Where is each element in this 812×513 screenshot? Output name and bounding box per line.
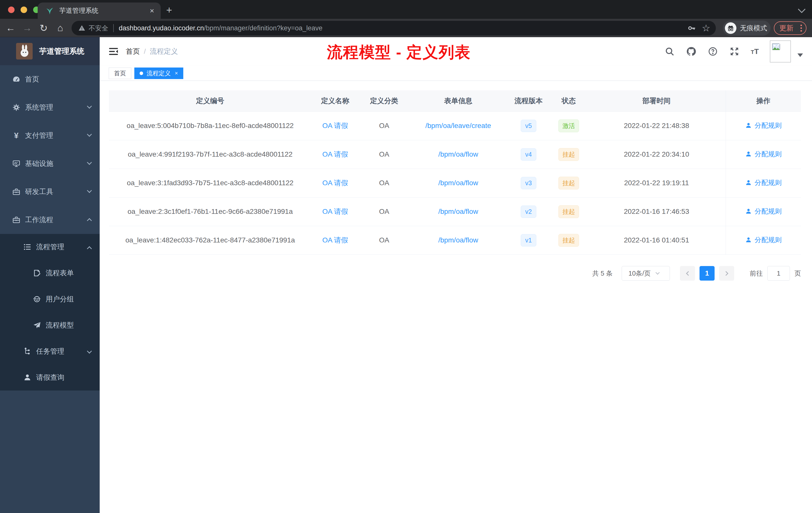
assign-rule-link[interactable]: 分配规则: [745, 121, 782, 130]
breadcrumb-current: 流程定义: [150, 47, 178, 56]
status-badge: 激活: [558, 119, 579, 132]
form-link[interactable]: /bpm/oa/leave/create: [425, 122, 491, 129]
goto-page-input[interactable]: [767, 266, 790, 280]
page-size-select[interactable]: 10条/页: [622, 266, 670, 280]
form-link[interactable]: /bpm/oa/flow: [438, 236, 478, 244]
broken-image-icon: [771, 42, 781, 52]
form-link[interactable]: /bpm/oa/flow: [438, 208, 478, 215]
definition-table: 定义编号 定义名称 定义分类 表单信息 流程版本 状态 部署时间 操作 oa_l: [109, 90, 801, 255]
person-icon: [745, 236, 752, 243]
definition-name-link[interactable]: OA 请假: [322, 122, 348, 129]
form-link[interactable]: /bpm/oa/flow: [438, 179, 478, 187]
sidebar-item-workflow[interactable]: 工作流程: [0, 206, 100, 234]
version-badge[interactable]: v2: [521, 206, 536, 218]
active-tag-dot: [140, 71, 143, 75]
main-area: 首页 / 流程定义 流程模型 - 定义列表 TT: [100, 37, 812, 513]
sidebar-item-process-form[interactable]: 流程表单: [0, 260, 100, 286]
assign-rule-link[interactable]: 分配规则: [745, 207, 782, 216]
prev-page-button[interactable]: [680, 266, 695, 280]
password-key-icon[interactable]: [687, 24, 696, 33]
table-row: oa_leave:5:004b710b-7b8a-11ec-8ef0-acde4…: [109, 112, 801, 140]
pagination-total: 共 5 条: [592, 269, 613, 278]
sidebar-item-leave-query[interactable]: 请假查询: [0, 364, 100, 391]
version-badge[interactable]: v3: [521, 177, 536, 189]
col-actions: 操作: [726, 90, 801, 112]
cell-definition-id: oa_leave:2:3c1f0ef1-76b1-11ec-9c66-a2380…: [109, 197, 311, 226]
cell-definition-id: oa_leave:1:482ec033-762a-11ec-8477-a2380…: [109, 226, 311, 254]
cell-deploy-time: 2022-01-22 20:34:10: [587, 140, 726, 169]
tag-close-icon[interactable]: ×: [175, 70, 178, 77]
assign-rule-link[interactable]: 分配规则: [745, 235, 782, 244]
version-badge[interactable]: v4: [521, 148, 536, 161]
version-badge[interactable]: v1: [521, 234, 536, 246]
gear-icon: [12, 103, 21, 112]
current-page-button[interactable]: 1: [699, 266, 715, 280]
cell-definition-id: oa_leave:3:1fad3d93-7b75-11ec-a3c8-acde4…: [109, 169, 311, 197]
navbar: 首页 / 流程定义 流程模型 - 定义列表 TT: [100, 37, 812, 66]
sidebar-item-process-management[interactable]: 流程管理: [0, 234, 100, 260]
forward-icon[interactable]: →: [22, 23, 32, 33]
sidebar-item-system-management[interactable]: 系统管理: [0, 93, 100, 121]
bookmark-star-icon[interactable]: ☆: [702, 23, 710, 34]
not-secure-warning-icon: [78, 24, 86, 32]
red-annotation-title: 流程模型 - 定义列表: [327, 42, 471, 63]
browser-tab-strip: 芋道管理系统 × +: [0, 0, 812, 19]
minimize-window-button[interactable]: [21, 6, 27, 13]
tab-close-icon[interactable]: ×: [150, 7, 154, 14]
address-bar[interactable]: 不安全 dashboard.yudao.iocoder.cn/bpm/manag…: [71, 21, 716, 35]
briefcase-icon: [12, 216, 21, 224]
definition-name-link[interactable]: OA 请假: [322, 208, 348, 215]
sidebar-item-user-group[interactable]: 用户分组: [0, 286, 100, 312]
page-content: 定义编号 定义名称 定义分类 表单信息 流程版本 状态 部署时间 操作 oa_l: [100, 81, 812, 513]
search-icon[interactable]: [664, 46, 675, 57]
sidebar-item-home[interactable]: 首页: [0, 65, 100, 93]
reload-icon[interactable]: ↻: [39, 23, 49, 34]
fullscreen-icon[interactable]: [729, 46, 740, 57]
breadcrumb-home[interactable]: 首页: [126, 47, 140, 56]
sidebar-item-infrastructure[interactable]: 基础设施: [0, 150, 100, 178]
tab-search-chevron-icon[interactable]: [798, 5, 806, 13]
avatar[interactable]: [770, 40, 791, 62]
close-window-button[interactable]: [8, 6, 14, 13]
browser-tab[interactable]: 芋道管理系统 ×: [38, 2, 161, 19]
toolbox-icon: [12, 187, 21, 196]
back-icon[interactable]: ←: [5, 23, 16, 33]
sidebar-item-dev-tools[interactable]: 研发工具: [0, 178, 100, 206]
form-link[interactable]: /bpm/oa/flow: [438, 150, 478, 158]
tag-home[interactable]: 首页: [109, 67, 131, 79]
definition-name-link[interactable]: OA 请假: [322, 179, 348, 187]
not-secure-label[interactable]: 不安全: [89, 24, 108, 33]
sidebar-item-task-management[interactable]: 任务管理: [0, 338, 100, 364]
sidebar-item-payment-management[interactable]: ¥ 支付管理: [0, 121, 100, 150]
browser-tab-title: 芋道管理系统: [59, 6, 150, 15]
assign-rule-link[interactable]: 分配规则: [745, 178, 782, 187]
monitor-icon: [12, 159, 21, 168]
avatar-caret-icon[interactable]: [798, 54, 803, 57]
home-icon[interactable]: ⌂: [55, 23, 65, 33]
status-badge: 挂起: [558, 205, 579, 218]
definition-name-link[interactable]: OA 请假: [322, 236, 348, 244]
cell-deploy-time: 2022-01-16 01:40:51: [587, 226, 726, 254]
sidebar-submenu-workflow: 流程管理 流程表单 用户分组 流程模型: [0, 234, 100, 391]
github-icon[interactable]: [686, 46, 696, 57]
sidebar-item-process-model[interactable]: 流程模型: [0, 312, 100, 338]
definition-name-link[interactable]: OA 请假: [322, 150, 348, 158]
chevron-down-icon: [87, 349, 92, 354]
new-tab-button[interactable]: +: [166, 4, 172, 16]
window-controls[interactable]: [8, 6, 40, 13]
paper-plane-icon: [33, 321, 41, 330]
tag-process-definition[interactable]: 流程定义 ×: [134, 67, 183, 79]
font-size-icon[interactable]: TT: [751, 47, 759, 56]
version-badge[interactable]: v5: [521, 120, 536, 132]
browser-menu-kebab-icon[interactable]: [801, 25, 802, 32]
hamburger-collapse-icon[interactable]: [108, 46, 119, 57]
status-badge: 挂起: [558, 234, 579, 247]
logo-rabbit-image: [16, 43, 33, 59]
help-icon[interactable]: [707, 46, 718, 57]
url-text[interactable]: dashboard.yudao.iocoder.cn/bpm/manager/d…: [119, 24, 685, 32]
browser-update-button[interactable]: 更新: [774, 21, 807, 35]
assign-rule-link[interactable]: 分配规则: [745, 150, 782, 159]
cell-deploy-time: 2022-01-22 21:48:38: [587, 112, 726, 140]
list-icon: [23, 243, 32, 251]
next-page-button[interactable]: [719, 266, 734, 280]
